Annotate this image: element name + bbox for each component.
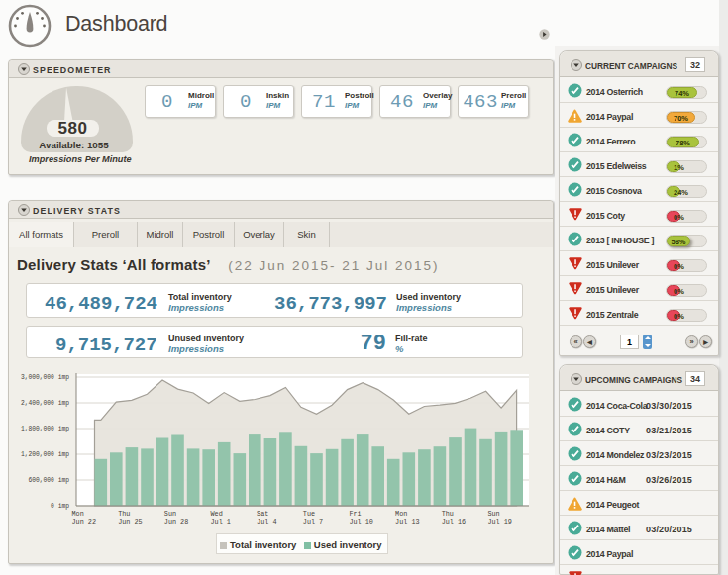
svg-text:Jun 28: Jun 28 [164, 518, 188, 526]
svg-text:Fri: Fri [349, 510, 361, 518]
svg-text:Jul 16: Jul 16 [442, 518, 466, 526]
svg-text:1,800,000 imp: 1,800,000 imp [21, 426, 69, 432]
svg-text:Sun: Sun [487, 510, 499, 518]
svg-text:1,200,000 imp: 1,200,000 imp [21, 451, 69, 458]
svg-text:Jul 19: Jul 19 [487, 518, 511, 526]
svg-text:Jun 22: Jun 22 [72, 518, 96, 526]
svg-text:3,000,000 imp: 3,000,000 imp [21, 374, 69, 381]
svg-text:Mon: Mon [395, 510, 407, 518]
svg-text:0 imp: 0 imp [51, 503, 69, 510]
svg-text:Sat: Sat [257, 510, 268, 518]
svg-text:Jul 7: Jul 7 [303, 518, 323, 526]
svg-text:Mon: Mon [72, 510, 84, 518]
svg-text:600,000 imp: 600,000 imp [28, 477, 69, 484]
svg-text:Jun 25: Jun 25 [118, 518, 142, 526]
svg-text:Jul 13: Jul 13 [395, 518, 419, 526]
svg-text:Thu: Thu [118, 510, 130, 518]
svg-text:Wed: Wed [211, 510, 223, 518]
svg-text:Thu: Thu [442, 510, 454, 518]
svg-text:2,400,000 imp: 2,400,000 imp [21, 400, 69, 407]
svg-text:Tue: Tue [303, 510, 315, 518]
svg-text:Jul 1: Jul 1 [211, 518, 231, 526]
svg-text:Jul 10: Jul 10 [349, 518, 372, 526]
svg-text:Jul 4: Jul 4 [257, 518, 276, 526]
svg-text:Sun: Sun [164, 510, 176, 518]
